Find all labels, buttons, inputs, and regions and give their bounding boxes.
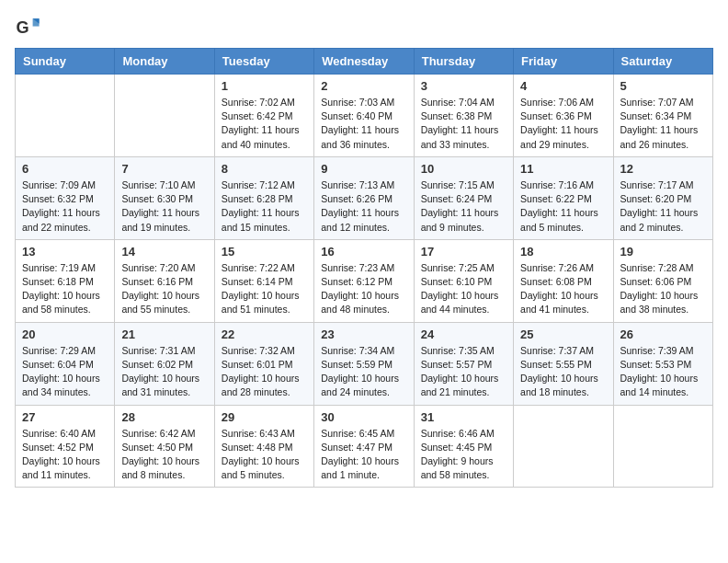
calendar-cell: 13Sunrise: 7:19 AM Sunset: 6:18 PM Dayli… bbox=[16, 239, 115, 322]
day-info: Sunrise: 6:45 AM Sunset: 4:47 PM Dayligh… bbox=[321, 427, 406, 483]
day-info: Sunrise: 7:04 AM Sunset: 6:38 PM Dayligh… bbox=[421, 96, 506, 152]
calendar-cell: 20Sunrise: 7:29 AM Sunset: 6:04 PM Dayli… bbox=[16, 322, 115, 405]
day-number: 8 bbox=[222, 162, 307, 176]
day-number: 18 bbox=[520, 245, 606, 259]
day-info: Sunrise: 6:40 AM Sunset: 4:52 PM Dayligh… bbox=[22, 427, 108, 483]
day-number: 13 bbox=[22, 245, 108, 259]
calendar-cell: 31Sunrise: 6:46 AM Sunset: 4:45 PM Dayli… bbox=[414, 405, 513, 488]
svg-marker-2 bbox=[33, 18, 40, 26]
day-info: Sunrise: 7:37 AM Sunset: 5:55 PM Dayligh… bbox=[520, 344, 606, 400]
day-info: Sunrise: 7:03 AM Sunset: 6:40 PM Dayligh… bbox=[321, 96, 406, 152]
day-info: Sunrise: 7:25 AM Sunset: 6:10 PM Dayligh… bbox=[421, 261, 506, 317]
weekday-header-tuesday: Tuesday bbox=[214, 49, 313, 75]
day-number: 3 bbox=[421, 79, 506, 93]
calendar-cell: 28Sunrise: 6:42 AM Sunset: 4:50 PM Dayli… bbox=[115, 405, 214, 488]
calendar-week-row: 20Sunrise: 7:29 AM Sunset: 6:04 PM Dayli… bbox=[16, 322, 713, 405]
calendar-cell: 21Sunrise: 7:31 AM Sunset: 6:02 PM Dayli… bbox=[115, 322, 214, 405]
day-number: 1 bbox=[222, 79, 307, 93]
day-number: 15 bbox=[222, 245, 307, 259]
calendar-cell: 19Sunrise: 7:28 AM Sunset: 6:06 PM Dayli… bbox=[613, 239, 712, 322]
calendar-cell: 24Sunrise: 7:35 AM Sunset: 5:57 PM Dayli… bbox=[414, 322, 513, 405]
day-info: Sunrise: 7:20 AM Sunset: 6:16 PM Dayligh… bbox=[121, 261, 207, 317]
calendar-cell: 2Sunrise: 7:03 AM Sunset: 6:40 PM Daylig… bbox=[314, 75, 414, 157]
calendar-week-row: 6Sunrise: 7:09 AM Sunset: 6:32 PM Daylig… bbox=[16, 156, 713, 239]
calendar-table: SundayMondayTuesdayWednesdayThursdayFrid… bbox=[15, 48, 713, 488]
day-info: Sunrise: 7:17 AM Sunset: 6:20 PM Dayligh… bbox=[620, 178, 706, 235]
day-number: 17 bbox=[421, 245, 506, 259]
day-number: 31 bbox=[421, 410, 506, 424]
calendar-cell: 26Sunrise: 7:39 AM Sunset: 5:53 PM Dayli… bbox=[613, 322, 712, 405]
weekday-header-friday: Friday bbox=[514, 49, 613, 75]
calendar-cell: 22Sunrise: 7:32 AM Sunset: 6:01 PM Dayli… bbox=[214, 322, 313, 405]
day-info: Sunrise: 7:22 AM Sunset: 6:14 PM Dayligh… bbox=[222, 261, 307, 317]
day-info: Sunrise: 7:10 AM Sunset: 6:30 PM Dayligh… bbox=[121, 178, 207, 235]
day-info: Sunrise: 7:39 AM Sunset: 5:53 PM Dayligh… bbox=[620, 344, 706, 400]
svg-text:G: G bbox=[16, 18, 28, 37]
calendar-cell: 23Sunrise: 7:34 AM Sunset: 5:59 PM Dayli… bbox=[314, 322, 414, 405]
day-number: 11 bbox=[520, 162, 606, 176]
day-number: 14 bbox=[121, 245, 207, 259]
day-info: Sunrise: 6:46 AM Sunset: 4:45 PM Dayligh… bbox=[421, 427, 506, 483]
calendar-cell bbox=[613, 405, 712, 488]
day-info: Sunrise: 7:29 AM Sunset: 6:04 PM Dayligh… bbox=[22, 344, 108, 400]
day-info: Sunrise: 7:23 AM Sunset: 6:12 PM Dayligh… bbox=[321, 261, 406, 317]
day-number: 12 bbox=[620, 162, 706, 176]
calendar-cell: 9Sunrise: 7:13 AM Sunset: 6:26 PM Daylig… bbox=[314, 156, 414, 239]
logo: G bbox=[15, 15, 44, 40]
calendar-cell: 4Sunrise: 7:06 AM Sunset: 6:36 PM Daylig… bbox=[514, 75, 613, 157]
day-number: 5 bbox=[620, 79, 706, 93]
day-number: 16 bbox=[321, 245, 406, 259]
page-header: G bbox=[15, 15, 713, 40]
calendar-header-row: SundayMondayTuesdayWednesdayThursdayFrid… bbox=[16, 49, 713, 75]
weekday-header-wednesday: Wednesday bbox=[314, 49, 414, 75]
day-info: Sunrise: 7:09 AM Sunset: 6:32 PM Dayligh… bbox=[22, 178, 108, 235]
calendar-cell: 10Sunrise: 7:15 AM Sunset: 6:24 PM Dayli… bbox=[414, 156, 513, 239]
calendar-cell: 25Sunrise: 7:37 AM Sunset: 5:55 PM Dayli… bbox=[514, 322, 613, 405]
day-info: Sunrise: 7:12 AM Sunset: 6:28 PM Dayligh… bbox=[222, 178, 307, 235]
calendar-cell: 1Sunrise: 7:02 AM Sunset: 6:42 PM Daylig… bbox=[214, 75, 313, 157]
day-number: 22 bbox=[222, 327, 307, 341]
day-number: 6 bbox=[22, 162, 108, 176]
calendar-cell: 3Sunrise: 7:04 AM Sunset: 6:38 PM Daylig… bbox=[414, 75, 513, 157]
day-info: Sunrise: 7:32 AM Sunset: 6:01 PM Dayligh… bbox=[222, 344, 307, 400]
calendar-cell bbox=[16, 75, 115, 157]
logo-icon: G bbox=[15, 15, 40, 40]
day-number: 23 bbox=[321, 327, 406, 341]
day-number: 24 bbox=[421, 327, 506, 341]
calendar-cell bbox=[115, 75, 214, 157]
day-info: Sunrise: 7:26 AM Sunset: 6:08 PM Dayligh… bbox=[520, 261, 606, 317]
day-number: 2 bbox=[321, 79, 406, 93]
day-number: 9 bbox=[321, 162, 406, 176]
day-info: Sunrise: 7:35 AM Sunset: 5:57 PM Dayligh… bbox=[421, 344, 506, 400]
calendar-cell: 11Sunrise: 7:16 AM Sunset: 6:22 PM Dayli… bbox=[514, 156, 613, 239]
calendar-week-row: 1Sunrise: 7:02 AM Sunset: 6:42 PM Daylig… bbox=[16, 75, 713, 157]
day-number: 29 bbox=[222, 410, 307, 424]
calendar-cell: 27Sunrise: 6:40 AM Sunset: 4:52 PM Dayli… bbox=[16, 405, 115, 488]
calendar-cell bbox=[514, 405, 613, 488]
calendar-cell: 14Sunrise: 7:20 AM Sunset: 6:16 PM Dayli… bbox=[115, 239, 214, 322]
day-number: 26 bbox=[620, 327, 706, 341]
day-number: 10 bbox=[421, 162, 506, 176]
day-number: 19 bbox=[620, 245, 706, 259]
day-number: 30 bbox=[321, 410, 406, 424]
weekday-header-sunday: Sunday bbox=[16, 49, 115, 75]
day-info: Sunrise: 7:02 AM Sunset: 6:42 PM Dayligh… bbox=[222, 96, 307, 152]
day-info: Sunrise: 6:42 AM Sunset: 4:50 PM Dayligh… bbox=[121, 427, 207, 483]
calendar-cell: 7Sunrise: 7:10 AM Sunset: 6:30 PM Daylig… bbox=[115, 156, 214, 239]
day-info: Sunrise: 6:43 AM Sunset: 4:48 PM Dayligh… bbox=[222, 427, 307, 483]
day-info: Sunrise: 7:07 AM Sunset: 6:34 PM Dayligh… bbox=[620, 96, 706, 152]
weekday-header-thursday: Thursday bbox=[414, 49, 513, 75]
calendar-cell: 17Sunrise: 7:25 AM Sunset: 6:10 PM Dayli… bbox=[414, 239, 513, 322]
day-number: 27 bbox=[22, 410, 108, 424]
calendar-cell: 5Sunrise: 7:07 AM Sunset: 6:34 PM Daylig… bbox=[613, 75, 712, 157]
calendar-cell: 15Sunrise: 7:22 AM Sunset: 6:14 PM Dayli… bbox=[214, 239, 313, 322]
day-info: Sunrise: 7:19 AM Sunset: 6:18 PM Dayligh… bbox=[22, 261, 108, 317]
calendar-cell: 6Sunrise: 7:09 AM Sunset: 6:32 PM Daylig… bbox=[16, 156, 115, 239]
day-number: 21 bbox=[121, 327, 207, 341]
day-number: 4 bbox=[520, 79, 606, 93]
day-info: Sunrise: 7:28 AM Sunset: 6:06 PM Dayligh… bbox=[620, 261, 706, 317]
day-number: 28 bbox=[121, 410, 207, 424]
day-info: Sunrise: 7:15 AM Sunset: 6:24 PM Dayligh… bbox=[421, 178, 506, 235]
day-info: Sunrise: 7:31 AM Sunset: 6:02 PM Dayligh… bbox=[121, 344, 207, 400]
calendar-cell: 18Sunrise: 7:26 AM Sunset: 6:08 PM Dayli… bbox=[514, 239, 613, 322]
